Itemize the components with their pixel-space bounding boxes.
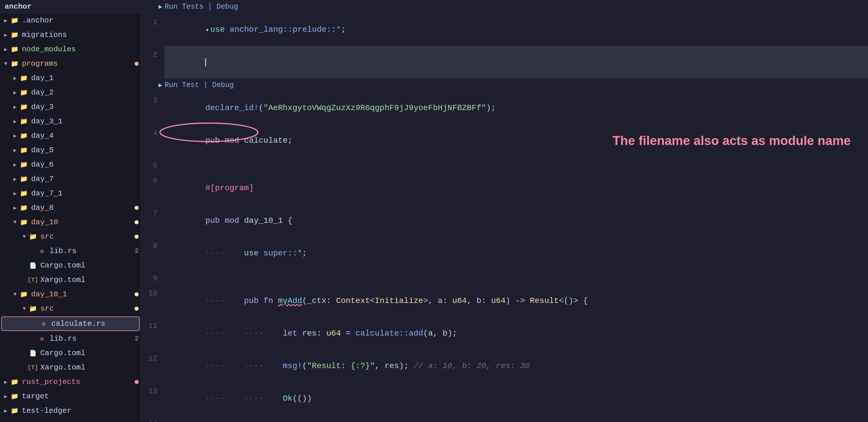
sidebar-item-day3-1[interactable]: ▶ 📁 day_3_1 (0, 114, 141, 128)
line-content: ···· ···· msg!("Result: {:?}", res); // … (164, 350, 868, 382)
item-label: lib.rs (50, 247, 132, 255)
item-label: rust_projects (22, 378, 132, 386)
folder-icon: 📁 (19, 188, 29, 199)
arrow-icon: ▶ (2, 32, 9, 38)
toml-file-icon: 📄 (28, 260, 38, 271)
arrow-icon: ▶ (11, 132, 19, 139)
error-badge: 2 (135, 335, 138, 342)
sidebar-item-day7[interactable]: ▶ 📁 day_7 (0, 172, 141, 186)
sidebar-item-xargo-day10[interactable]: [T] Xargo.toml (0, 273, 141, 287)
code-line-13: 13 ···· ···· Ok(()) (141, 382, 868, 415)
sidebar-item-xargo-day10-1[interactable]: [T] Xargo.toml (0, 360, 141, 375)
sidebar-item-day1[interactable]: ▶ 📁 day_1 (0, 71, 141, 85)
sidebar-item-day10-1[interactable]: ▼ 📁 day_10_1 (0, 287, 141, 302)
sidebar-item-day7-1[interactable]: ▶ 📁 day_7_1 (0, 186, 141, 201)
folder-icon: 📁 (9, 30, 20, 40)
sidebar-item-target[interactable]: ▶ 📁 target (0, 389, 141, 403)
folder-icon: 📁 (19, 289, 29, 300)
code-line-1: 1 ✦use anchor_lang::prelude::*; (141, 13, 868, 46)
line-number: 13 (141, 382, 164, 397)
line-number: 9 (141, 270, 164, 284)
rust-file-icon: ⚙ (37, 246, 47, 256)
toml-file-icon: 📄 (28, 348, 38, 358)
module-name: day_10_1 (244, 216, 283, 225)
arrow-icon: ▶ (11, 104, 19, 110)
item-label: day_8 (31, 204, 132, 212)
type-name: Context (336, 296, 370, 305)
sidebar-item-librs-day10-1[interactable]: ⚙ lib.rs 2 (0, 331, 141, 346)
function-name: myAdd (278, 296, 302, 305)
arrow-icon: ▼ (11, 292, 19, 297)
item-label: Xargo.toml (40, 276, 138, 284)
status-dot (134, 235, 138, 239)
item-label: day_7_1 (31, 189, 138, 198)
code-line-12: 12 ···· ···· msg!("Result: {:?}", res); … (141, 350, 868, 382)
sidebar-item-rust-projects[interactable]: ▶ 📁 rust_projects (0, 375, 141, 389)
line-content: pub mod day_10_1 { (164, 204, 868, 237)
arrow-icon: ▶ (11, 89, 19, 96)
folder-icon: 📁 (9, 44, 20, 55)
sidebar-item-node-modules[interactable]: ▶ 📁 node_modules (0, 42, 141, 57)
sidebar-item-cargo-day10[interactable]: 📄 Cargo.toml (0, 258, 141, 273)
status-dot (134, 62, 138, 66)
sidebar-item-test-ledger[interactable]: ▶ 📁 test-ledger (0, 403, 141, 418)
sidebar-item-day8[interactable]: ▶ 📁 day_8 (0, 201, 141, 215)
run-bar-1[interactable]: ▶ Run Tests | Debug (141, 0, 868, 13)
sidebar-item-cargo-day10-1[interactable]: 📄 Cargo.toml (0, 346, 141, 360)
folder-icon: 📁 (19, 203, 29, 213)
item-label: day_3 (31, 102, 138, 111)
module-path: anchor_lang::prelude::* (230, 25, 341, 34)
arrow-icon: ▶ (2, 17, 9, 24)
line-number: 7 (141, 204, 164, 219)
item-label: src (40, 232, 132, 241)
folder-icon: 📁 (9, 59, 20, 69)
run-bar-2[interactable]: ▶ Run Test | Debug (141, 79, 868, 92)
sidebar-item-day3[interactable]: ▶ 📁 day_3 (0, 100, 141, 114)
arrow-icon: ▶ (11, 205, 19, 211)
code-line-14: 14 ···· } (141, 415, 868, 422)
file-explorer: anchor ▶ 📁 .anchor ▶ 📁 migrations ▶ 📁 no… (0, 0, 141, 422)
run-tests-label: Run Tests | Debug (164, 3, 238, 11)
sidebar-item-migrations[interactable]: ▶ 📁 migrations (0, 28, 141, 42)
item-label: migrations (22, 31, 138, 39)
folder-icon: 📁 (28, 304, 38, 314)
sidebar-item-librs-day10[interactable]: ⚙ lib.rs 2 (0, 244, 141, 258)
folder-icon: 📁 (9, 391, 20, 401)
line-number: 5 (141, 157, 164, 172)
code-line-8: 8 ···· use super::*; (141, 237, 868, 270)
keyword-mod: mod (225, 136, 239, 145)
folder-icon: 📁 (9, 377, 20, 387)
super-path: super::* (264, 249, 302, 258)
line-number: 6 (141, 172, 164, 187)
line-content (164, 46, 868, 79)
arrow-icon: ▶ (11, 75, 19, 81)
sidebar-item-calculate-rs[interactable]: ⚙ calculate.rs (1, 316, 140, 331)
sidebar-item-anchor[interactable]: ▶ 📁 .anchor (0, 13, 141, 28)
sidebar-item-day5[interactable]: ▶ 📁 day_5 (0, 143, 141, 157)
sidebar-item-day6[interactable]: ▶ 📁 day_6 (0, 157, 141, 172)
code-line-9: 9 (141, 270, 868, 284)
keyword-pub: pub (205, 216, 220, 225)
arrow-icon: ▼ (21, 234, 28, 240)
sidebar-item-day2[interactable]: ▶ 📁 day_2 (0, 85, 141, 100)
folder-icon: 📁 (19, 116, 29, 126)
sidebar-item-day10[interactable]: ▼ 📁 day_10 (0, 215, 141, 230)
sidebar-item-src-day10-1[interactable]: ▼ 📁 src (0, 302, 141, 316)
sidebar-item-programs[interactable]: ▼ 📁 programs (0, 57, 141, 71)
line-number: 14 (141, 415, 164, 422)
sidebar-item-day4[interactable]: ▶ 📁 day_4 (0, 128, 141, 143)
keyword-use: use (244, 249, 258, 258)
declare-macro: declare_id! (205, 103, 258, 113)
text-cursor (205, 58, 206, 66)
arrow-icon: ▶ (2, 379, 9, 385)
toml-file-icon: [T] (28, 275, 38, 285)
arrow-icon: ▼ (2, 61, 9, 67)
attribute: #[program] (205, 184, 254, 192)
line-content: declare_id!("AeRhxgytoVWqgZuzXz9R6qgphF9… (164, 92, 868, 124)
arrow-icon: ▼ (11, 219, 19, 225)
sidebar-item-src-day10[interactable]: ▼ 📁 src (0, 230, 141, 244)
toml-file-icon: [T] (28, 362, 38, 373)
code-line-10: 10 ···· pub fn myAdd(_ctx: Context<Initi… (141, 284, 868, 317)
folder-icon: 📁 (19, 102, 29, 112)
arrow-icon: ▶ (2, 46, 9, 53)
